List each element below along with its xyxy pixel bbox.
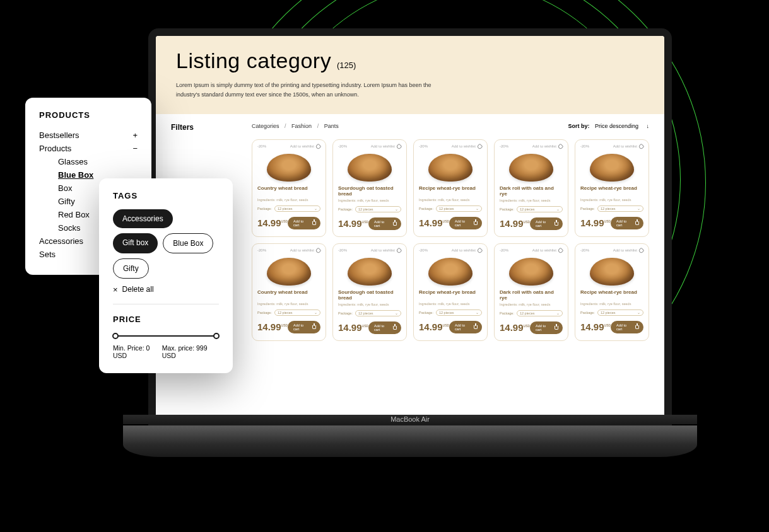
- price: 14.99USD: [338, 218, 368, 229]
- minus-icon: −: [132, 144, 138, 153]
- heart-icon: [477, 247, 483, 253]
- page-title: Listing category: [176, 49, 331, 72]
- product-card[interactable]: -20% Add to wishlist Recipe wheat-rye br…: [413, 243, 488, 341]
- tag-chip[interactable]: Gifty: [113, 258, 149, 279]
- slider-handle-max[interactable]: [213, 333, 220, 339]
- product-card[interactable]: -20% Add to wishlist Sourdough oat toast…: [332, 243, 407, 341]
- add-to-cart-button[interactable]: Add to cart: [611, 217, 643, 229]
- tag-chip[interactable]: Accessories: [113, 209, 173, 228]
- price-panel-title: PRICE: [113, 315, 219, 324]
- chevron-down-icon: ⌄: [395, 207, 398, 211]
- heart-icon: [315, 247, 322, 253]
- sidebar-subitem[interactable]: Glasses: [39, 155, 138, 168]
- delete-all-button[interactable]: × Delete all: [113, 285, 219, 294]
- product-image: [348, 258, 392, 286]
- add-wishlist-button[interactable]: Add to wishlist: [452, 144, 482, 149]
- product-name: Recipe wheat-rye bread: [580, 185, 643, 197]
- package-select[interactable]: 12 pieces⌄: [597, 205, 643, 212]
- chevron-down-icon: ⌄: [476, 207, 479, 211]
- add-wishlist-button[interactable]: Add to wishlist: [613, 248, 643, 253]
- sidebar-category[interactable]: Products−: [39, 142, 138, 155]
- chevron-down-icon: ⌄: [314, 311, 317, 315]
- price: 14.99USD: [500, 218, 530, 229]
- product-card[interactable]: -20% Add to wishlist Recipe wheat-rye br…: [575, 243, 649, 341]
- package-select[interactable]: 12 pieces⌄: [597, 309, 643, 316]
- slider-handle-min[interactable]: [112, 333, 119, 339]
- heart-icon: [638, 247, 645, 253]
- package-select[interactable]: 12 pieces⌄: [274, 309, 320, 316]
- add-to-cart-button[interactable]: Add to cart: [368, 321, 401, 334]
- product-ingredients: Ingredients: milk, rye flour, seeds: [338, 199, 401, 202]
- add-wishlist-button[interactable]: Add to wishlist: [532, 248, 563, 253]
- package-select[interactable]: 12 pieces⌄: [517, 206, 563, 212]
- product-card[interactable]: -20% Add to wishlist Recipe wheat-rye br…: [575, 139, 649, 237]
- product-card[interactable]: -20% Add to wishlist Country wheat bread…: [252, 139, 326, 237]
- breadcrumb-item[interactable]: Fashion: [291, 123, 312, 129]
- breadcrumb-item[interactable]: Pants: [324, 123, 339, 129]
- heart-icon: [396, 247, 402, 253]
- product-card[interactable]: -20% Add to wishlist Recipe wheat-rye br…: [413, 139, 488, 237]
- tag-chip[interactable]: Gift box: [113, 233, 158, 253]
- bag-icon: [555, 222, 558, 226]
- sidebar-category[interactable]: Bestsellers+: [39, 129, 138, 142]
- add-to-cart-button[interactable]: Add to cart: [288, 321, 320, 333]
- chevron-down-icon: ⌄: [556, 311, 560, 315]
- package-select[interactable]: 12 pieces⌄: [436, 205, 482, 212]
- add-to-cart-button[interactable]: Add to cart: [449, 217, 482, 229]
- add-wishlist-button[interactable]: Add to wishlist: [290, 144, 320, 149]
- chevron-down-icon: ⌄: [476, 311, 479, 315]
- price-slider[interactable]: [113, 335, 219, 337]
- chevron-down-icon: ⌄: [556, 207, 560, 211]
- product-name: Recipe wheat-rye bread: [419, 185, 482, 197]
- add-to-cart-button[interactable]: Add to cart: [368, 217, 401, 230]
- heart-icon: [638, 143, 645, 149]
- product-ingredients: Ingredients: milk, rye flour, seeds: [338, 303, 401, 306]
- package-select[interactable]: 12 pieces⌄: [436, 309, 482, 316]
- item-count: (125): [337, 61, 356, 70]
- bag-icon: [555, 326, 558, 330]
- discount-badge: -20%: [419, 144, 428, 148]
- discount-badge: -20%: [419, 248, 428, 252]
- product-card[interactable]: -20% Add to wishlist Country wheat bread…: [252, 243, 326, 341]
- add-wishlist-button[interactable]: Add to wishlist: [532, 144, 563, 149]
- product-card[interactable]: -20% Add to wishlist Dark roll with oats…: [494, 139, 568, 237]
- bag-icon: [474, 325, 478, 329]
- product-card[interactable]: -20% Add to wishlist Dark roll with oats…: [494, 243, 568, 341]
- add-wishlist-button[interactable]: Add to wishlist: [452, 248, 482, 253]
- package-select[interactable]: 12 pieces⌄: [517, 310, 563, 316]
- add-to-cart-button[interactable]: Add to cart: [449, 321, 482, 333]
- chevron-down-icon: ⌄: [314, 207, 317, 211]
- package-select[interactable]: 12 pieces⌄: [274, 205, 320, 212]
- price: 14.99USD: [257, 321, 288, 332]
- add-to-cart-button[interactable]: Add to cart: [530, 321, 563, 334]
- discount-badge: -20%: [338, 248, 347, 252]
- package-select[interactable]: 12 pieces⌄: [355, 310, 401, 316]
- discount-badge: -20%: [580, 144, 589, 148]
- product-name: Country wheat bread: [257, 185, 320, 197]
- add-wishlist-button[interactable]: Add to wishlist: [371, 248, 401, 253]
- add-to-cart-button[interactable]: Add to cart: [530, 217, 563, 230]
- bag-icon: [474, 221, 478, 225]
- breadcrumb-item[interactable]: Categories: [252, 123, 279, 129]
- price: 14.99USD: [257, 217, 288, 228]
- product-ingredients: Ingredients: milk, rye flour, seeds: [419, 302, 482, 306]
- price: 14.99USD: [419, 217, 449, 228]
- product-image: [590, 154, 634, 182]
- add-wishlist-button[interactable]: Add to wishlist: [613, 144, 643, 149]
- product-card[interactable]: -20% Add to wishlist Sourdough oat toast…: [332, 139, 407, 237]
- breadcrumb[interactable]: Categories / Fashion / Pants: [252, 123, 339, 129]
- tag-chip[interactable]: Blue Box: [163, 233, 213, 253]
- add-to-cart-button[interactable]: Add to cart: [611, 321, 643, 333]
- bag-icon: [312, 325, 316, 329]
- add-to-cart-button[interactable]: Add to cart: [288, 217, 320, 229]
- close-icon: ×: [113, 286, 118, 294]
- add-wishlist-button[interactable]: Add to wishlist: [290, 248, 320, 253]
- tags-panel-title: TAGS: [113, 191, 219, 200]
- add-wishlist-button[interactable]: Add to wishlist: [371, 144, 401, 149]
- heart-icon: [396, 143, 402, 149]
- product-ingredients: Ingredients: milk, rye flour, seeds: [257, 198, 320, 202]
- sort-selector[interactable]: Sort by: Price descending ↓: [568, 123, 649, 129]
- discount-badge: -20%: [257, 144, 266, 148]
- product-ingredients: Ingredients: milk, rye flour, seeds: [257, 302, 320, 306]
- package-select[interactable]: 12 pieces⌄: [355, 206, 401, 212]
